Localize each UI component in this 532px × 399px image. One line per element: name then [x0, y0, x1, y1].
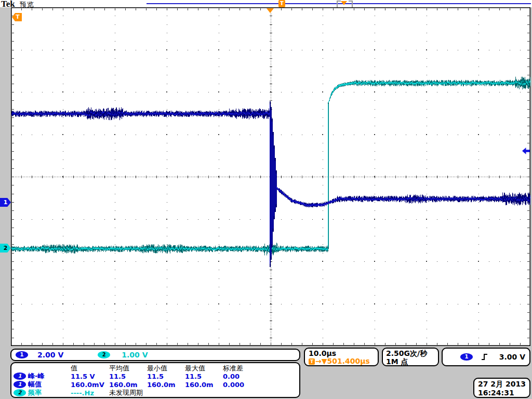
record-trigger-marker[interactable]: T [278, 0, 285, 7]
ch2-badge[interactable]: 2 [98, 351, 110, 358]
ch1-badge: 1 [14, 373, 26, 380]
datetime-readout: 27 2月 2013 16:24:31 [473, 378, 530, 398]
acquisition-readout[interactable]: 2.50G次/秒 1M 点 [382, 348, 439, 366]
measurement-header-row: 值 平均值 最小值 最大值 标准差 [14, 364, 299, 371]
col-header-min: 最小值 [147, 364, 185, 373]
ch1-scale-value: 2.00 V [37, 351, 63, 359]
trigger-delay-value: →▼501.400μs [315, 357, 370, 365]
ch1-badge: 1 [14, 381, 26, 388]
col-header-stddev: 标准差 [223, 364, 299, 373]
channel-scale-readout[interactable]: 1 2.00 V 2 1.00 V [10, 349, 300, 361]
measurement-stddev: 0.000 [223, 381, 299, 389]
ch2-scale-value: 1.00 V [122, 351, 148, 359]
measurement-panel: 值 平均值 最小值 最大值 标准差 1峰-峰 11.5 V 11.5 11.5 … [10, 362, 300, 398]
waveform-canvas [11, 7, 530, 346]
ch1-badge[interactable]: 1 [16, 351, 28, 358]
measurement-mean: 11.5 [109, 373, 147, 380]
trigger-t-icon: T [309, 358, 315, 365]
col-header-value: 值 [71, 364, 109, 373]
col-header-mean: 平均值 [109, 364, 147, 373]
trigger-readout[interactable]: 1 3.00 V [442, 348, 530, 366]
trigger-source-badge: 1 [460, 353, 473, 361]
measurement-stddev: 0.00 [223, 373, 299, 380]
trigger-position-arrow-icon[interactable] [267, 8, 274, 13]
measurement-row-pkpk: 1峰-峰 11.5 V 11.5 11.5 11.5 0.00 [14, 371, 299, 380]
measurement-row-amplitude: 1幅值 160.0mV 160.0m 160.0m 160.0m 0.000 [14, 380, 299, 388]
rising-edge-icon [481, 353, 488, 361]
time-value: 16:24:31 [478, 389, 529, 397]
trigger-level-value: 3.00 V [499, 353, 525, 361]
horizontal-scale-value: 10.0μs [309, 349, 378, 357]
ch2-ground-marker[interactable]: 2 [0, 244, 11, 252]
measurement-name: 频率 [28, 388, 42, 397]
measurement-note: 未发现周期 [109, 388, 299, 397]
ch2-badge: 2 [14, 389, 26, 396]
measurement-row-frequency: 2频率 ----.Hz 未发现周期 [14, 388, 299, 396]
date-value: 27 2月 2013 [478, 380, 529, 389]
graticule: T [11, 7, 530, 346]
record-view-bar: Tek 预览 T [0, 0, 532, 7]
measurement-value: 11.5 V [71, 373, 109, 380]
measurement-value: ----.Hz [71, 389, 109, 397]
measurement-min: 160.0m [147, 381, 185, 389]
measurement-value: 160.0mV [71, 381, 109, 389]
sample-rate-value: 2.50G次/秒 [386, 349, 438, 357]
ch1-ground-marker[interactable]: 1 [0, 198, 11, 207]
col-header-max: 最大值 [185, 364, 223, 373]
measurement-max: 11.5 [185, 373, 223, 380]
measurement-mean: 160.0m [109, 381, 147, 389]
measurement-min: 11.5 [147, 373, 185, 380]
horizontal-readout[interactable]: 10.0μs T →▼501.400μs [304, 348, 379, 366]
record-points-value: 1M 点 [386, 357, 438, 366]
record-expansion-arrow-icon [341, 1, 347, 5]
measurement-max: 160.0m [185, 381, 223, 389]
